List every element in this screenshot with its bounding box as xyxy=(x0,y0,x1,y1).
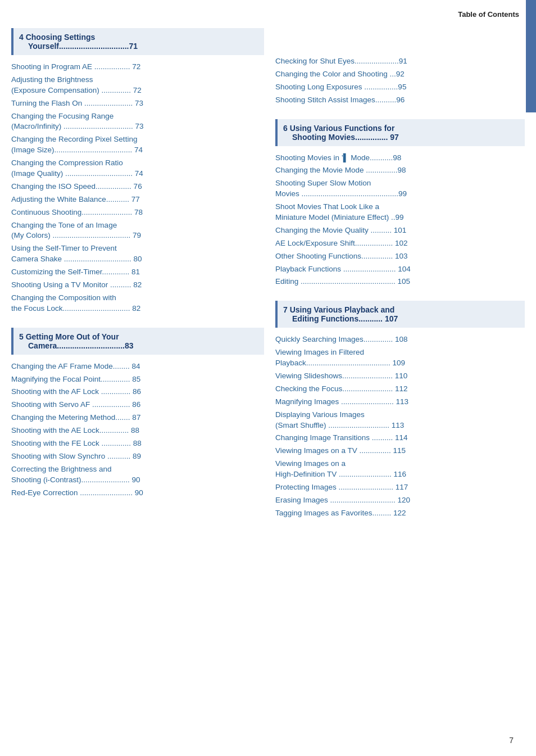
toc-entry: Customizing the Self-Timer............. … xyxy=(11,266,264,279)
toc-entry: Shooting with the FE Lock ..............… xyxy=(11,437,264,450)
toc-entry: Changing the Movie Quality .......... 10… xyxy=(275,224,525,237)
section4-title: Choosing SettingsYourself...............… xyxy=(19,33,138,51)
toc-entry: Red-Eye Correction .....................… xyxy=(11,487,264,500)
left-column: 4 Choosing SettingsYourself.............… xyxy=(11,28,264,745)
section6-entries: Shooting Movies in ’▌ Mode...........98 … xyxy=(275,152,525,289)
toc-entry: Continuous Shooting.....................… xyxy=(11,206,264,219)
toc-entry: Adjusting the Brightness (Exposure Compe… xyxy=(11,74,264,97)
toc-entry: Shooting in Program AE .................… xyxy=(11,61,264,74)
toc-entry: Checking for Shut Eyes..................… xyxy=(275,55,525,68)
toc-entry: Changing the AF Frame Mode........ 84 xyxy=(11,360,264,373)
toc-entry: Shooting Movies in ’▌ Mode...........98 xyxy=(275,152,525,165)
section4-cont-entries: Checking for Shut Eyes..................… xyxy=(275,55,525,107)
page-header: Table of Contents xyxy=(458,10,519,19)
toc-entry: Changing the Metering Method....... 87 xyxy=(11,411,264,424)
toc-entry: Shooting with the AF Lock ..............… xyxy=(11,386,264,399)
section5-header: 5 Getting More Out of YourCamera........… xyxy=(11,328,264,355)
toc-entry: Changing Image Transitions .......... 11… xyxy=(275,432,525,445)
section4-subtitle: Yourself................................… xyxy=(19,42,138,51)
toc-entry: Shooting Long Exposures ................… xyxy=(275,81,525,94)
toc-entry: Shooting Using a TV Monitor .......... 8… xyxy=(11,279,264,292)
toc-entry: Viewing Images in Filtered Playback.....… xyxy=(275,346,525,370)
toc-entry: Viewing Slideshows......................… xyxy=(275,370,525,383)
section4-entries: Shooting in Program AE .................… xyxy=(11,61,264,315)
chapter-tab xyxy=(526,0,536,112)
toc-entry: Turning the Flash On ...................… xyxy=(11,97,264,110)
toc-entry: Changing the Composition with the Focus … xyxy=(11,292,264,315)
content-area: 4 Choosing SettingsYourself.............… xyxy=(0,0,536,756)
toc-entry: Using the Self-Timer to Prevent Camera S… xyxy=(11,242,264,266)
toc-entry: Shooting Super Slow Motion Movies ......… xyxy=(275,177,525,201)
toc-entry: AE Lock/Exposure Shift..................… xyxy=(275,237,525,250)
section7-number: 7 xyxy=(283,305,290,314)
toc-entry: Correcting the Brightness and Shooting (… xyxy=(11,463,264,487)
section6-subtitle: Shooting Movies............... 97 xyxy=(283,133,399,142)
section5-entries: Changing the AF Frame Mode........ 84 Ma… xyxy=(11,360,264,500)
toc-entry: Playback Functions .....................… xyxy=(275,263,525,276)
toc-entry: Quickly Searching Images.............. 1… xyxy=(275,333,525,346)
header-title: Table of Contents xyxy=(458,10,519,19)
toc-entry: Viewing Images on a TV ............... 1… xyxy=(275,445,525,458)
toc-entry: Changing the Movie Mode ...............9… xyxy=(275,164,525,177)
toc-entry: Magnifying Images ......................… xyxy=(275,396,525,409)
section7-title: Using Various Playback andEditing Functi… xyxy=(283,305,398,323)
toc-entry: Protecting Images ......................… xyxy=(275,481,525,494)
section4-number: 4 xyxy=(19,33,26,42)
page: Table of Contents 4 Choosing SettingsYou… xyxy=(0,0,536,756)
section4-header: 4 Choosing SettingsYourself.............… xyxy=(11,28,264,55)
right-column: Checking for Shut Eyes..................… xyxy=(275,28,525,745)
section7-entries: Quickly Searching Images.............. 1… xyxy=(275,333,525,519)
section6-number: 6 xyxy=(283,124,290,133)
section6-title: Using Various Functions forShooting Movi… xyxy=(283,124,399,142)
section7-header: 7 Using Various Playback andEditing Func… xyxy=(275,301,525,328)
toc-entry: Editing ................................… xyxy=(275,275,525,288)
toc-entry: Erasing Images .........................… xyxy=(275,494,525,507)
toc-entry: Shooting with the AE Lock.............. … xyxy=(11,424,264,437)
page-number: 7 xyxy=(509,736,514,745)
toc-entry: Tagging Images as Favorites......... 122 xyxy=(275,507,525,520)
section6-header: 6 Using Various Functions forShooting Mo… xyxy=(275,119,525,146)
toc-entry: Checking the Focus......................… xyxy=(275,383,525,396)
toc-entry: Changing the Tone of an Image (My Colors… xyxy=(11,219,264,243)
toc-entry: Shooting Stitch Assist Images..........9… xyxy=(275,94,525,107)
toc-entry: Changing the Color and Shooting ...92 xyxy=(275,68,525,81)
section7-subtitle: Editing Functions........... 107 xyxy=(283,314,398,323)
toc-entry: Changing the Recording Pixel Setting (Im… xyxy=(11,133,264,157)
toc-entry: Changing the ISO Speed................. … xyxy=(11,180,264,193)
section5-title: Getting More Out of YourCamera..........… xyxy=(19,332,134,350)
toc-entry: Other Shooting Functions............... … xyxy=(275,250,525,263)
section5-number: 5 xyxy=(19,332,26,341)
section5-subtitle: Camera...............................83 xyxy=(19,341,134,350)
toc-entry: Changing the Focusing Range (Macro/Infin… xyxy=(11,110,264,134)
toc-entry: Shooting with Slow Synchro ........... 8… xyxy=(11,450,264,463)
toc-entry: Changing the Compression Ratio (Image Qu… xyxy=(11,157,264,180)
toc-entry: Shoot Movies That Look Like a Miniature … xyxy=(275,201,525,224)
toc-entry: Shooting with Servo AF .................… xyxy=(11,399,264,411)
toc-entry: Magnifying the Focal Point..............… xyxy=(11,373,264,386)
toc-entry: Adjusting the White Balance........... 7… xyxy=(11,193,264,206)
toc-entry: Viewing Images on a High-Definition TV .… xyxy=(275,458,525,481)
toc-entry: Displaying Various Images (Smart Shuffle… xyxy=(275,409,525,432)
